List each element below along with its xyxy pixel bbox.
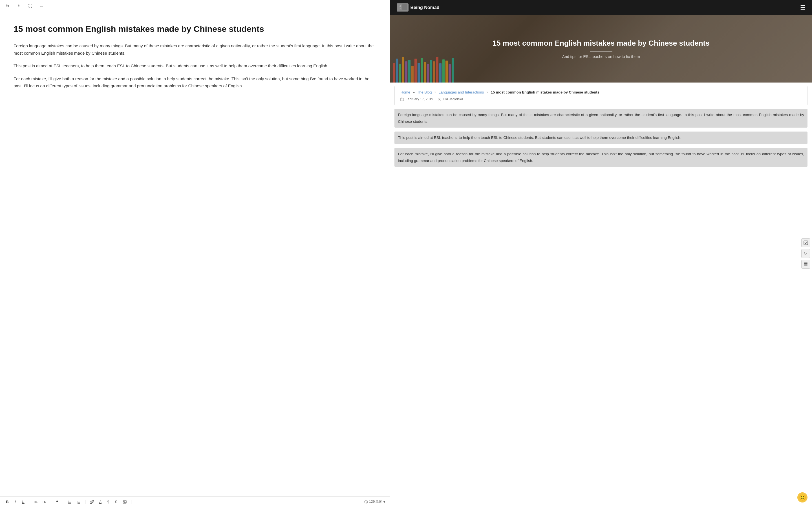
word-count-arrow: ▾ — [384, 500, 385, 504]
post-author-text: Ola Jagielska — [443, 97, 463, 101]
hero-title: 15 most common English mistakes made by … — [493, 39, 710, 48]
website-preview: Being Nomad ☰ — [390, 0, 812, 507]
logo-icon — [397, 3, 409, 11]
hero-subtitle: And tips for ESL teachers on how to fix … — [493, 54, 710, 59]
separator-5 — [131, 500, 132, 504]
svg-rect-23 — [804, 264, 808, 265]
hero-pencils — [390, 60, 812, 82]
breadcrumb-lang[interactable]: Languages and Interactions — [439, 90, 484, 94]
breadcrumb-sep-3: » — [486, 90, 488, 94]
svg-rect-20 — [804, 241, 808, 245]
svg-point-19 — [439, 98, 440, 100]
expand-button[interactable]: ⛶ — [27, 3, 33, 9]
hero-content: 15 most common English mistakes made by … — [487, 39, 715, 59]
editor-panel: ↻ ⇪ ⛶ ··· 15 most common English mistake… — [0, 0, 390, 507]
preview-paragraphs: Foreign language mistakes can be caused … — [390, 109, 812, 175]
svg-rect-18 — [401, 98, 404, 101]
separator-2 — [51, 500, 51, 504]
breadcrumb-sep-2: » — [434, 90, 436, 94]
breadcrumb-home[interactable]: Home — [400, 90, 410, 94]
post-author: Ola Jagielska — [438, 97, 463, 101]
format-icon-button[interactable]: A/ — [801, 249, 810, 258]
h2-button[interactable]: H2 — [41, 499, 48, 504]
blog-logo: Being Nomad — [397, 3, 439, 11]
share-button[interactable]: ⇪ — [16, 3, 22, 9]
link-button[interactable] — [89, 499, 95, 505]
stack-icon-button[interactable] — [801, 260, 810, 269]
editor-paragraph-3[interactable]: For each mistake, I'll give both a reaso… — [13, 75, 376, 90]
svg-rect-16 — [402, 4, 407, 10]
h1-button[interactable]: H1 — [33, 499, 39, 504]
emoji-button[interactable]: 🙂 — [797, 492, 808, 503]
editor-title[interactable]: 15 most common English mistakes made by … — [13, 23, 376, 34]
svg-text:3.: 3. — [77, 502, 78, 504]
svg-point-0 — [68, 501, 69, 501]
post-date-text: February 17, 2019 — [405, 97, 433, 101]
strikethrough-button[interactable]: S — [113, 499, 119, 505]
editor-content: 15 most common English mistakes made by … — [0, 12, 390, 496]
breadcrumb-current: 15 most common English mistakes made by … — [491, 90, 599, 94]
svg-point-17 — [400, 5, 401, 7]
bold-button[interactable]: B — [4, 499, 10, 505]
list-ordered-button[interactable]: 1.2.3. — [75, 499, 82, 505]
preview-para-1: Foreign language mistakes can be caused … — [395, 109, 808, 128]
right-sidebar: A/ — [800, 236, 812, 271]
editor-bottom-bar: B I U H1 H2 ❝ 1.2.3. A ¶ S 129 单词 ▾ — [0, 496, 390, 507]
list-unordered-button[interactable] — [66, 499, 73, 505]
blog-nav: Being Nomad ☰ — [390, 0, 812, 15]
preview-para-3: For each mistake, I'll give both a reaso… — [395, 148, 808, 167]
hero-section: 15 most common English mistakes made by … — [390, 15, 812, 82]
more-button[interactable]: ··· — [38, 3, 45, 9]
editor-paragraph-2[interactable]: This post is aimed at ESL teachers, to h… — [13, 62, 376, 69]
svg-text:A/: A/ — [804, 252, 807, 255]
browser-panel: Being Nomad ☰ — [390, 0, 812, 507]
svg-point-4 — [68, 503, 69, 504]
italic-button[interactable]: I — [12, 499, 18, 505]
image-button[interactable] — [121, 499, 128, 505]
word-count-text: 129 单词 — [369, 499, 382, 504]
hero-divider — [590, 51, 612, 52]
svg-point-2 — [68, 502, 69, 503]
separator-4 — [85, 500, 86, 504]
underline-button[interactable]: U — [20, 499, 26, 505]
preview-para-2: This post is aimed at ESL teachers, to h… — [395, 131, 808, 144]
logo-text: Being Nomad — [410, 5, 439, 10]
refresh-button[interactable]: ↻ — [4, 3, 11, 9]
underline-text-button[interactable]: A — [98, 499, 103, 505]
separator-3 — [63, 500, 63, 504]
editor-paragraph-1[interactable]: Foreign language mistakes can be caused … — [13, 42, 376, 57]
quote-button[interactable]: ❝ — [54, 499, 60, 505]
post-meta: February 17, 2019 Ola Jagielska — [400, 97, 802, 101]
hamburger-menu[interactable]: ☰ — [800, 4, 805, 11]
breadcrumb-blog[interactable]: The Blog — [417, 90, 432, 94]
svg-rect-24 — [804, 265, 808, 266]
editor-toolbar-top: ↻ ⇪ ⛶ ··· — [0, 0, 390, 12]
breadcrumb-sep-1: » — [413, 90, 415, 94]
svg-rect-22 — [804, 263, 808, 264]
check-icon-button[interactable] — [801, 238, 810, 247]
post-date: February 17, 2019 — [400, 97, 433, 101]
word-count[interactable]: 129 单词 ▾ — [364, 499, 385, 504]
breadcrumb: Home » The Blog » Languages and Interact… — [395, 86, 808, 105]
paragraph-button[interactable]: ¶ — [105, 499, 111, 505]
